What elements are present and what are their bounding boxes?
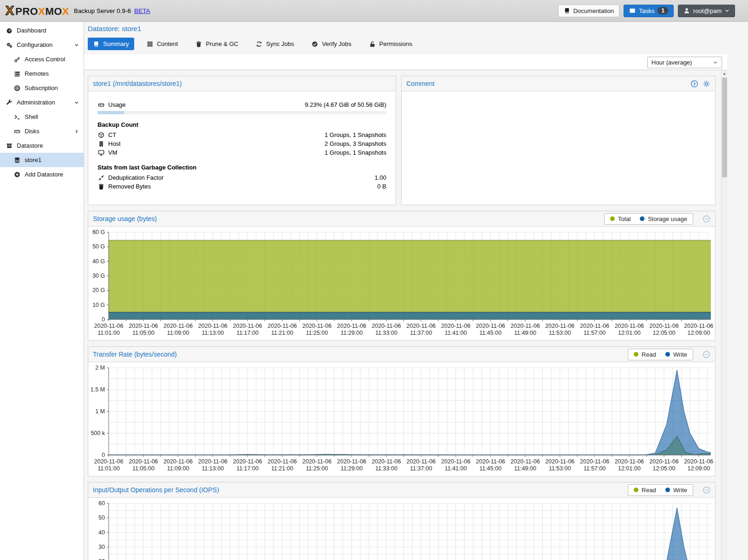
chevron-down-icon[interactable] bbox=[74, 100, 79, 105]
sidebar-item-disks[interactable]: Disks bbox=[0, 124, 84, 138]
legend-item-read[interactable]: Read bbox=[634, 487, 656, 494]
iops-chart: 01020304050602020-11-0611:01:002020-11-0… bbox=[88, 498, 715, 560]
gears-icon bbox=[6, 42, 13, 48]
svg-text:11:49:00: 11:49:00 bbox=[514, 330, 536, 336]
grid-icon bbox=[147, 41, 153, 47]
sidebar-item-dashboard[interactable]: Dashboard bbox=[0, 23, 84, 38]
tab-label: Summary bbox=[103, 40, 129, 47]
svg-text:2020-11-06: 2020-11-06 bbox=[94, 323, 123, 329]
chart-legend: Read Write bbox=[628, 484, 693, 496]
tasks-label: Tasks bbox=[639, 7, 654, 14]
svg-text:11:21:00: 11:21:00 bbox=[271, 465, 293, 472]
tab-permissions[interactable]: Permissions bbox=[364, 38, 417, 50]
sidebar: Dashboard Configuration Access Control R… bbox=[0, 22, 84, 560]
sidebar-item-store1[interactable]: store1 bbox=[0, 153, 84, 167]
svg-text:2020-11-06: 2020-11-06 bbox=[233, 458, 262, 465]
check-circle-icon bbox=[312, 41, 318, 47]
svg-text:30 G: 30 G bbox=[92, 273, 105, 279]
comment-body[interactable] bbox=[402, 91, 715, 100]
tab-verify-jobs[interactable]: Verify Jobs bbox=[306, 38, 357, 50]
svg-text:2020-11-06: 2020-11-06 bbox=[267, 323, 297, 329]
tachometer-icon bbox=[6, 27, 13, 34]
legend-dot bbox=[610, 216, 615, 221]
legend-item-write[interactable]: Write bbox=[665, 351, 687, 358]
tab-sync-jobs[interactable]: Sync Jobs bbox=[251, 38, 299, 50]
storage-usage-panel: Storage usage (bytes) Total Storage usag… bbox=[88, 211, 715, 341]
sidebar-item-subscription[interactable]: Subscription bbox=[0, 81, 84, 95]
svg-text:11:21:00: 11:21:00 bbox=[271, 330, 293, 336]
svg-text:0: 0 bbox=[102, 452, 105, 458]
legend-label: Write bbox=[673, 351, 687, 358]
monitor-icon bbox=[98, 150, 104, 156]
svg-text:0: 0 bbox=[102, 316, 105, 323]
legend-dot bbox=[665, 488, 670, 492]
expand-icon[interactable] bbox=[690, 80, 698, 88]
svg-text:2020-11-06: 2020-11-06 bbox=[511, 458, 540, 465]
tab-summary[interactable]: Summary bbox=[88, 38, 134, 50]
scrollbar-thumb[interactable] bbox=[722, 78, 727, 177]
transfer-rate-panel: Transfer Rate (bytes/second) Read Write bbox=[88, 346, 715, 476]
collapse-icon[interactable] bbox=[702, 486, 710, 494]
usage-value: 9.23% (4.67 GiB of 50.56 GiB) bbox=[305, 101, 386, 108]
svg-text:2020-11-06: 2020-11-06 bbox=[406, 458, 436, 465]
row-value: 1 Groups, 1 Snapshots bbox=[325, 131, 386, 138]
backup-row-vm: VM 1 Groups, 1 Snapshots bbox=[98, 148, 386, 157]
sidebar-item-datastore[interactable]: Datastore bbox=[0, 138, 84, 153]
sidebar-item-add-datastore[interactable]: Add Datastore bbox=[0, 167, 84, 182]
svg-text:12:09:00: 12:09:00 bbox=[687, 330, 710, 336]
tasks-button[interactable]: Tasks 1 bbox=[624, 5, 674, 17]
time-range-select[interactable]: Hour (average) bbox=[647, 57, 722, 68]
main-area: Datastore: store1 Summary Content Prune … bbox=[84, 22, 748, 560]
usage-row: Usage 9.23% (4.67 GiB of 50.56 GiB) bbox=[98, 100, 386, 109]
legend-item-write[interactable]: Write bbox=[665, 487, 687, 494]
legend-item-storage-usage[interactable]: Storage usage bbox=[640, 215, 687, 222]
documentation-button[interactable]: Documentation bbox=[558, 5, 619, 17]
collapse-icon[interactable] bbox=[702, 351, 710, 358]
tab-content[interactable]: Content bbox=[142, 38, 183, 50]
user-label: root@pam bbox=[693, 7, 722, 14]
beta-link[interactable]: BETA bbox=[134, 7, 150, 14]
svg-text:2020-11-06: 2020-11-06 bbox=[476, 323, 505, 329]
collapse-icon[interactable] bbox=[702, 215, 710, 223]
svg-text:2020-11-06: 2020-11-06 bbox=[233, 323, 262, 329]
legend-item-total[interactable]: Total bbox=[610, 215, 631, 222]
row-label: Host bbox=[108, 140, 121, 147]
legend-label: Read bbox=[642, 351, 656, 358]
svg-text:10 G: 10 G bbox=[92, 302, 105, 308]
chart-legend: Read Write bbox=[628, 349, 693, 360]
chevron-right-icon[interactable] bbox=[74, 129, 79, 134]
sidebar-item-access-control[interactable]: Access Control bbox=[0, 52, 84, 66]
svg-text:1.5 M: 1.5 M bbox=[91, 386, 105, 393]
svg-text:11:17:00: 11:17:00 bbox=[236, 330, 259, 336]
tab-label: Sync Jobs bbox=[266, 40, 294, 47]
sidebar-item-administration[interactable]: Administration bbox=[0, 95, 84, 110]
vertical-scrollbar[interactable]: ▲ bbox=[721, 70, 727, 560]
legend-item-read[interactable]: Read bbox=[634, 351, 656, 358]
svg-text:2020-11-06: 2020-11-06 bbox=[267, 458, 297, 465]
user-menu-button[interactable]: root@pam bbox=[678, 5, 735, 17]
tab-prune-gc[interactable]: Prune & GC bbox=[190, 38, 243, 50]
svg-text:12:01:00: 12:01:00 bbox=[618, 330, 641, 336]
usage-label: Usage bbox=[108, 101, 126, 108]
svg-text:12:09:00: 12:09:00 bbox=[687, 465, 710, 472]
svg-text:11:57:00: 11:57:00 bbox=[584, 330, 606, 336]
svg-text:2020-11-06: 2020-11-06 bbox=[441, 458, 470, 465]
toolbar-row: Hour (average) bbox=[84, 54, 727, 70]
sidebar-item-shell[interactable]: Shell bbox=[0, 110, 84, 124]
gear-icon[interactable] bbox=[702, 80, 710, 88]
svg-text:2020-11-06: 2020-11-06 bbox=[650, 458, 679, 465]
scroll-up-arrow[interactable]: ▲ bbox=[722, 70, 727, 77]
chevron-down-icon bbox=[713, 60, 718, 65]
svg-text:11:37:00: 11:37:00 bbox=[410, 330, 432, 336]
sidebar-item-label: Disks bbox=[25, 128, 39, 135]
legend-dot bbox=[634, 488, 638, 492]
svg-text:2020-11-06: 2020-11-06 bbox=[476, 458, 505, 465]
app-header: X PROXMOX Backup Server 0.9-6 BETA Docum… bbox=[0, 0, 748, 22]
sidebar-item-remotes[interactable]: Remotes bbox=[0, 66, 84, 81]
svg-text:11:17:00: 11:17:00 bbox=[236, 465, 259, 472]
sidebar-item-configuration[interactable]: Configuration bbox=[0, 38, 84, 52]
row-value: 0 B bbox=[377, 183, 386, 190]
chart-legend: Total Storage usage bbox=[604, 213, 693, 225]
chevron-down-icon[interactable] bbox=[74, 43, 79, 47]
proxmox-x-icon: X bbox=[6, 4, 14, 18]
